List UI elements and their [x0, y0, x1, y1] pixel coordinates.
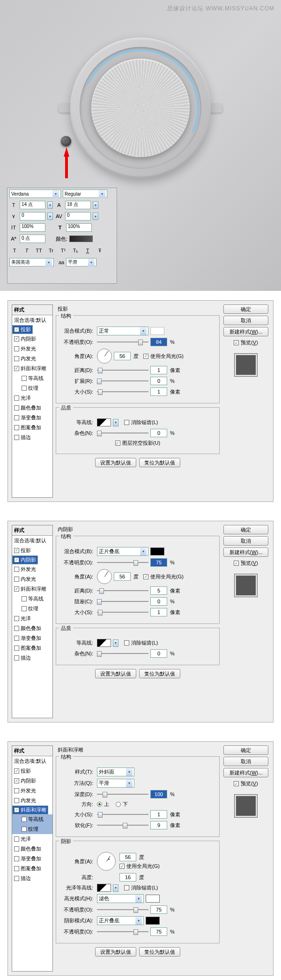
checkbox-icon[interactable] — [22, 376, 27, 381]
noise-input[interactable]: 0 — [150, 649, 167, 658]
checkbox-icon[interactable] — [14, 836, 19, 842]
baseline-input[interactable]: 0 点 — [20, 235, 45, 243]
ok-button[interactable]: 确定 — [223, 304, 268, 314]
depth-input[interactable]: 100 — [150, 790, 167, 798]
style-satin[interactable]: 光泽 — [12, 393, 52, 403]
contour-picker[interactable] — [97, 418, 111, 426]
checkbox-icon[interactable] — [14, 876, 19, 881]
opacity-input[interactable]: 84 — [150, 338, 167, 346]
leading-input[interactable]: 18 点 — [65, 201, 91, 209]
style-inner-shadow[interactable]: 内阴影 — [12, 555, 38, 564]
shadow-color-swatch[interactable] — [146, 917, 160, 925]
checkbox-icon[interactable] — [14, 586, 19, 592]
style-texture[interactable]: 纹理 — [12, 824, 52, 834]
technique-select[interactable]: 平滑▾ — [97, 779, 134, 788]
angle-input[interactable]: 56 — [114, 572, 131, 581]
checkbox-icon[interactable] — [14, 557, 19, 562]
font-family-select[interactable]: Verdana▾ — [9, 190, 61, 198]
direction-up-radio[interactable] — [97, 802, 102, 807]
underline-icon[interactable]: T — [83, 246, 92, 255]
style-drop-shadow[interactable]: 投影 — [12, 766, 52, 776]
preview-checkbox[interactable] — [234, 781, 239, 786]
cancel-button[interactable]: 取消 — [223, 536, 268, 546]
soften-input[interactable]: 9 — [150, 821, 167, 829]
checkbox-icon[interactable] — [14, 577, 19, 582]
spread-slider[interactable] — [97, 379, 148, 383]
style-gradient-overlay[interactable]: 渐变叠加 — [12, 413, 52, 423]
style-pattern-overlay[interactable]: 图案叠加 — [12, 864, 52, 874]
shadow-color-swatch[interactable] — [150, 327, 164, 335]
new-style-button[interactable]: 新建样式(W)... — [223, 547, 268, 557]
preview-checkbox[interactable] — [234, 340, 239, 345]
make-default-button[interactable]: 设置为默认值 — [95, 669, 136, 678]
new-style-button[interactable]: 新建样式(W)... — [223, 768, 268, 777]
dropdown-icon[interactable]: ▾ — [113, 884, 118, 892]
antialias-select[interactable]: 平滑▾ — [66, 258, 96, 266]
checkbox-icon[interactable] — [14, 405, 19, 410]
style-bevel-emboss[interactable]: 斜面和浮雕 — [12, 805, 48, 814]
subscript-icon[interactable]: T₁ — [71, 246, 80, 255]
dropdown-icon[interactable]: ▾ — [93, 213, 98, 220]
ok-button[interactable]: 确定 — [223, 525, 268, 534]
checkbox-icon[interactable] — [14, 846, 19, 851]
checkbox-icon[interactable] — [14, 346, 19, 351]
antialias-checkbox[interactable] — [124, 885, 129, 890]
distance-slider[interactable] — [97, 589, 148, 593]
checkbox-icon[interactable] — [14, 856, 19, 861]
hscale-input[interactable]: 100% — [66, 223, 92, 232]
font-style-select[interactable]: Regular▾ — [63, 190, 107, 198]
global-light-checkbox[interactable] — [143, 354, 148, 359]
style-contour[interactable]: 等高线 — [12, 373, 52, 383]
font-size-input[interactable]: 14 点 — [20, 201, 45, 209]
style-drop-shadow[interactable]: 投影 — [12, 546, 52, 555]
size-input[interactable]: 1 — [150, 810, 167, 819]
checkbox-icon[interactable] — [14, 425, 19, 430]
style-drop-shadow[interactable]: 投影 — [12, 325, 33, 334]
checkbox-icon[interactable] — [14, 616, 19, 621]
checkbox-icon[interactable] — [14, 435, 19, 440]
checkbox-icon[interactable] — [14, 807, 19, 813]
noise-slider[interactable] — [97, 431, 148, 435]
style-outer-glow[interactable]: 外发光 — [12, 344, 52, 354]
style-color-overlay[interactable]: 颜色叠加 — [12, 623, 52, 633]
dropdown-icon[interactable]: ▾ — [47, 201, 53, 209]
dropdown-icon[interactable]: ▾ — [93, 201, 98, 209]
gloss-contour-picker[interactable] — [97, 884, 111, 892]
style-texture[interactable]: 纹理 — [12, 604, 52, 614]
size-slider[interactable] — [97, 610, 148, 614]
checkbox-icon[interactable] — [22, 596, 27, 601]
highlight-mode-select[interactable]: 滤色▾ — [97, 894, 144, 903]
style-stroke[interactable]: 描边 — [12, 874, 52, 883]
style-pattern-overlay[interactable]: 图案叠加 — [12, 643, 52, 653]
checkbox-icon[interactable] — [22, 386, 27, 391]
distance-input[interactable]: 5 — [150, 586, 167, 595]
angle-input[interactable]: 56 — [119, 853, 136, 861]
color-swatch[interactable] — [69, 236, 93, 242]
size-input[interactable]: 1 — [150, 608, 167, 616]
style-inner-glow[interactable]: 内发光 — [12, 354, 52, 364]
preview-checkbox[interactable] — [234, 561, 239, 566]
angle-dial[interactable] — [97, 349, 112, 364]
style-stroke[interactable]: 描边 — [12, 653, 52, 663]
size-slider[interactable] — [97, 813, 148, 816]
antialias-checkbox[interactable] — [124, 640, 129, 646]
style-gradient-overlay[interactable]: 渐变叠加 — [12, 633, 52, 643]
checkbox-icon[interactable] — [14, 626, 19, 631]
checkbox-icon[interactable] — [14, 336, 19, 342]
checkbox-icon[interactable] — [14, 636, 19, 641]
dropdown-icon[interactable]: ▾ — [113, 419, 118, 426]
shadow-mode-select[interactable]: 正片叠底▾ — [97, 916, 144, 925]
opacity-input[interactable]: 75 — [150, 558, 167, 567]
style-color-overlay[interactable]: 颜色叠加 — [12, 403, 52, 413]
checkbox-icon[interactable] — [14, 548, 19, 553]
checkbox-icon[interactable] — [14, 798, 19, 803]
checkbox-icon[interactable] — [14, 395, 19, 401]
superscript-icon[interactable]: T¹ — [59, 246, 67, 255]
dropdown-icon[interactable]: ▾ — [47, 213, 53, 220]
reset-default-button[interactable]: 复位为默认值 — [139, 947, 180, 957]
cancel-button[interactable]: 取消 — [223, 757, 268, 766]
noise-input[interactable]: 0 — [150, 429, 167, 437]
angle-dial[interactable] — [97, 569, 112, 584]
checkbox-icon[interactable] — [14, 356, 19, 361]
style-color-overlay[interactable]: 颜色叠加 — [12, 844, 52, 854]
